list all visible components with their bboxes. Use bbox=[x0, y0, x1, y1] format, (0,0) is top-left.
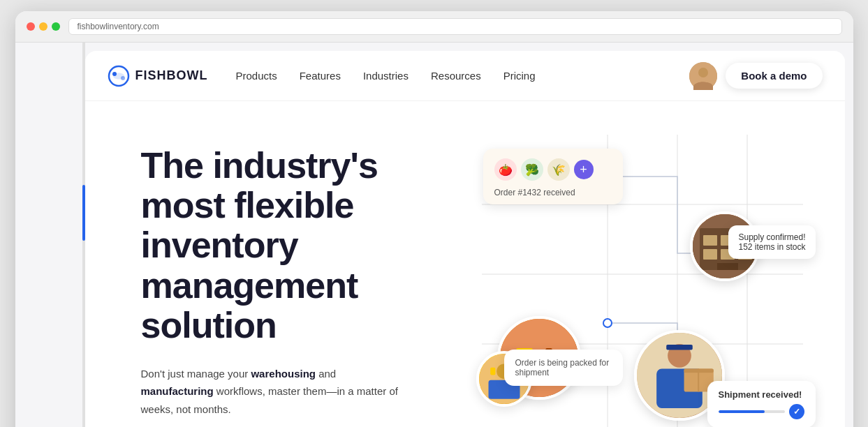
packing-label: Order is being packed for shipment bbox=[515, 358, 610, 377]
logo[interactable]: FISHBOWL bbox=[108, 65, 208, 87]
book-demo-button[interactable]: Book a demo bbox=[726, 63, 822, 89]
order-label: Order #1432 received bbox=[494, 188, 612, 197]
hero-description: Don't just manage your warehousing and m… bbox=[141, 365, 406, 419]
shipment-received-card: Shipment received! ✓ bbox=[707, 381, 816, 427]
browser-dots bbox=[27, 22, 60, 31]
hero-section: The industry's most flexible inventory m… bbox=[85, 101, 845, 427]
navbar: FISHBOWL Products Features Industries Re… bbox=[85, 51, 845, 101]
hero-left: The industry's most flexible inventory m… bbox=[141, 135, 434, 427]
nav-features[interactable]: Features bbox=[300, 70, 341, 82]
url-bar[interactable]: fishbowlinventory.com bbox=[68, 18, 842, 35]
maximize-dot[interactable] bbox=[52, 22, 60, 31]
food-icon-veggie: 🥦 bbox=[521, 158, 543, 181]
nav-industries[interactable]: Industries bbox=[363, 70, 409, 82]
scroll-thumb[interactable] bbox=[82, 185, 85, 241]
add-item-button[interactable]: + bbox=[574, 160, 594, 179]
packing-card: Order is being packed for shipment bbox=[504, 350, 623, 386]
svg-rect-16 bbox=[703, 235, 717, 246]
order-received-card: 🍅 🥦 🌾 + Order #1432 received bbox=[483, 149, 623, 204]
svg-point-4 bbox=[698, 68, 708, 77]
nav-links: Products Features Industries Resources P… bbox=[236, 70, 690, 82]
shipment-label: Shipment received! bbox=[719, 389, 804, 400]
page-layout: FISHBOWL Products Features Industries Re… bbox=[15, 43, 853, 427]
supply-confirmed-card: Supply confirmed! 152 items in stock bbox=[728, 225, 815, 259]
desc-bold2: manufacturing bbox=[141, 385, 214, 397]
svg-rect-19 bbox=[703, 249, 717, 260]
left-sidebar bbox=[15, 43, 85, 427]
shipment-progress-fill bbox=[719, 410, 765, 413]
svg-point-2 bbox=[121, 76, 125, 80]
shipment-check-row: ✓ bbox=[719, 404, 804, 419]
hero-illustration: 🍅 🥦 🌾 + Order #1432 received bbox=[462, 135, 823, 427]
hero-title: The industry's most flexible inventory m… bbox=[141, 146, 434, 345]
supply-line1: Supply confirmed! bbox=[738, 232, 805, 242]
nav-resources[interactable]: Resources bbox=[431, 70, 481, 82]
logo-text: FISHBOWL bbox=[135, 68, 208, 83]
desc-part2: and bbox=[316, 368, 336, 380]
minimize-dot[interactable] bbox=[39, 22, 47, 31]
food-icon-tomato: 🍅 bbox=[494, 158, 517, 181]
avatar bbox=[689, 62, 717, 90]
avatar-image bbox=[689, 62, 717, 90]
close-dot[interactable] bbox=[27, 22, 35, 31]
scroll-bar bbox=[82, 43, 85, 427]
svg-rect-43 bbox=[666, 345, 693, 350]
svg-rect-36 bbox=[490, 368, 495, 375]
check-icon: ✓ bbox=[789, 404, 804, 419]
supply-line2: 152 items in stock bbox=[738, 242, 805, 252]
desc-bold1: warehousing bbox=[251, 368, 316, 380]
main-content: FISHBOWL Products Features Industries Re… bbox=[85, 51, 845, 427]
svg-rect-22 bbox=[717, 263, 738, 270]
food-icon-grain: 🌾 bbox=[547, 158, 570, 181]
browser-window: fishbowlinventory.com FISH bbox=[15, 11, 853, 427]
svg-point-1 bbox=[112, 72, 117, 76]
nav-right: Book a demo bbox=[689, 62, 822, 90]
svg-point-12 bbox=[603, 319, 612, 327]
browser-chrome: fishbowlinventory.com bbox=[15, 11, 853, 43]
logo-icon bbox=[108, 65, 130, 87]
shipment-progress-bar bbox=[719, 410, 785, 413]
nav-pricing[interactable]: Pricing bbox=[503, 70, 536, 82]
food-icons: 🍅 🥦 🌾 + bbox=[494, 158, 612, 181]
nav-products[interactable]: Products bbox=[236, 70, 277, 82]
desc-part1: Don't just manage your bbox=[141, 368, 251, 380]
